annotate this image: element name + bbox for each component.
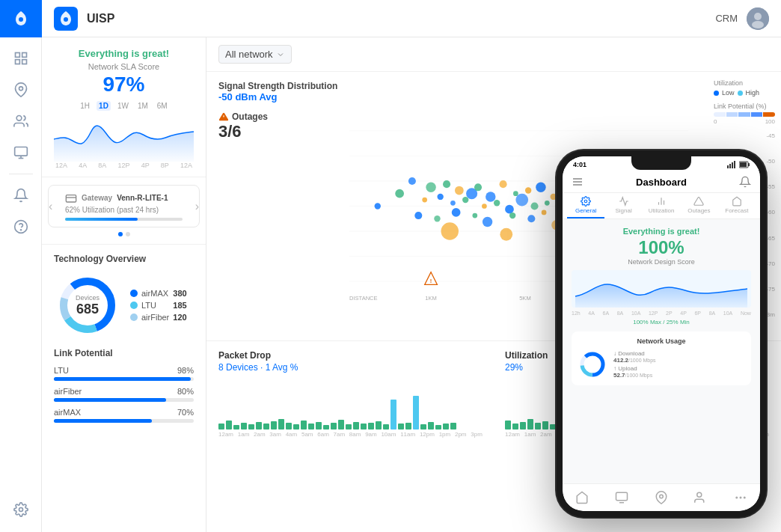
phone-nav-devices[interactable] [613,489,631,507]
donut-chart: Devices 685 [54,272,121,339]
sidebar-item-settings[interactable] [7,496,34,523]
network-selector[interactable]: All network [218,45,292,64]
svg-point-35 [396,189,405,198]
app-logo[interactable] [54,7,78,31]
crm-button[interactable]: CRM [715,13,738,24]
svg-point-72 [473,213,478,218]
sidebar-item-help[interactable] [7,213,34,240]
phone-nav-more[interactable] [732,489,750,507]
phone-score: 100% [572,237,751,258]
time-filter-1w[interactable]: 1W [115,101,131,111]
svg-point-41 [450,201,456,206]
phone-nav-clients[interactable] [692,489,710,507]
phone-tab-forecast[interactable]: Forecast [718,193,756,218]
svg-point-50 [505,205,514,214]
content-toolbar: All network [206,37,781,72]
carousel-right-arrow[interactable]: › [195,200,199,213]
phone-frame: 4:01 Dashboard General [557,150,766,517]
phone-nav-map[interactable] [652,489,670,507]
phone-score-label: Network Design Score [572,258,751,266]
packet-drop-title: Packet Drop [218,350,483,361]
battery-icon [739,161,750,168]
carousel-dot-2[interactable] [126,232,130,236]
svg-point-42 [455,186,464,195]
svg-rect-93 [729,164,731,168]
time-filter-1d[interactable]: 1D [97,101,111,111]
packet-drop-subtitle: 8 Devices · 1 Avg % [218,362,483,373]
link-bar-ltu: LTU 98% [54,366,194,381]
phone-tab-utilization[interactable]: Utilization [643,193,680,218]
sidebar-bottom [7,496,34,532]
sla-section: Everything is great! Network SLA Score 9… [42,37,206,177]
utilization-legend-title: Utilization [714,79,775,87]
phone-tab-outages[interactable]: Outages [680,193,717,218]
time-filter-6m[interactable]: 6M [155,101,170,111]
chevron-down-icon [276,50,285,59]
donut-row: Devices 685 airMAX 380 LTU 185 airFiber [54,272,194,339]
svg-point-53 [525,187,531,193]
chart-metrics: Signal Strength Distribution -50 dBm Avg… [206,72,349,340]
svg-text:!: ! [430,278,432,284]
sla-score: 97% [54,73,194,97]
svg-point-73 [483,217,492,227]
sidebar-item-devices[interactable] [7,139,34,166]
phone-chart-labels: 12h4A6A8A10A12P2P4P6P8A10ANow [572,311,751,316]
warning-icon [218,111,229,122]
carousel-dot-1[interactable] [118,232,123,236]
svg-point-113 [740,497,741,498]
carousel-left-arrow[interactable]: ‹ [49,200,52,213]
svg-point-102 [584,200,587,203]
svg-rect-19 [66,195,76,202]
signal-value: -50 dBm Avg [218,91,337,103]
svg-point-111 [660,495,664,498]
packet-drop-chart: Packet Drop 8 Devices · 1 Avg % [218,350,483,438]
phone-bottom-nav [563,483,760,511]
phone-usage-section: Network Usage ↓ [572,331,751,385]
carousel-dots [48,232,200,236]
svg-point-46 [482,204,487,209]
phone-nav-home[interactable] [573,489,591,507]
avatar[interactable] [747,7,769,30]
sidebar-item-dashboard[interactable] [7,45,34,72]
svg-rect-94 [732,162,733,168]
svg-point-47 [486,192,495,201]
gateway-utilization: 62% Utilization (past 24 hrs) [56,206,192,214]
gateway-icon-row: Gateway Venn-R-LITE-1 [56,192,192,204]
svg-point-69 [415,212,423,219]
sidebar-item-alerts[interactable] [7,182,34,209]
phone-usage-donut [578,349,607,379]
sidebar-nav [7,37,34,496]
tech-legend: airMAX 380 LTU 185 airFiber 120 [130,289,187,322]
sidebar-item-location[interactable] [7,76,34,103]
time-filter-1m[interactable]: 1M [135,101,150,111]
signal-metric: Signal Strength Distribution -50 dBm Avg [218,81,337,103]
phone-usage-row: ↓ Download 412.2/1000 Mbps ↑ Upload 52.7… [578,349,745,379]
signal-strength-icon [727,161,736,168]
upload-stat: ↑ Upload 52.7/1000 Mbps [613,365,656,379]
svg-point-76 [542,210,547,215]
header-right: CRM [715,7,769,30]
low-dot [714,91,719,96]
phone-tab-general[interactable]: General [567,193,604,218]
donut-label: Devices 685 [76,294,99,317]
sidebar-item-clients[interactable] [7,108,34,135]
phone-usage-stats: ↓ Download 412.2/1000 Mbps ↑ Upload 52.7… [613,350,656,379]
signal-title: Signal Strength Distribution [218,81,337,91]
svg-point-51 [513,191,518,196]
svg-rect-10 [22,60,26,64]
time-filter-1h[interactable]: 1H [78,101,92,111]
phone-menu-icon [572,176,584,188]
svg-point-6 [19,17,23,22]
svg-point-55 [536,183,546,192]
svg-rect-13 [14,147,27,156]
svg-point-48 [494,200,500,206]
legend-dot-ltu [130,302,138,309]
phone-tab-signal[interactable]: Signal [604,193,642,218]
phone-bell-icon [739,176,751,188]
top-header: UISP CRM [42,0,781,37]
legend-item-ltu: LTU 185 [130,301,187,310]
legend-item-airfiber: airFiber 120 [130,313,187,322]
phone-notch [631,156,691,170]
content-area: All network Signal Strength Distribution… [206,37,781,532]
sidebar-logo[interactable] [0,0,42,37]
